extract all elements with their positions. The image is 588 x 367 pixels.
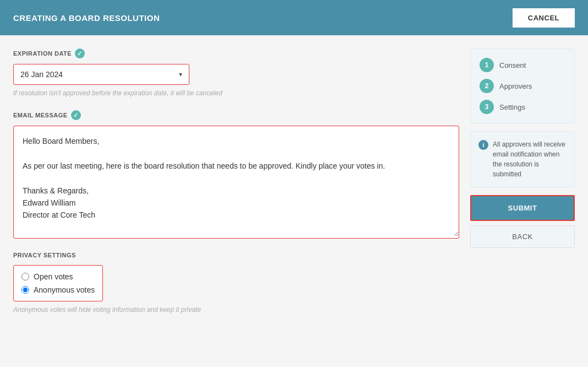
open-votes-radio[interactable] xyxy=(21,273,29,280)
submit-button[interactable]: SUBMIT xyxy=(470,195,575,221)
steps-card: 1 Consent 2 Approvers 3 Settings xyxy=(470,48,575,123)
anonymous-votes-label: Anonymous votes xyxy=(34,285,95,294)
back-button[interactable]: BACK xyxy=(470,225,575,248)
step-1-item: 1 Consent xyxy=(480,58,565,72)
cancel-button[interactable]: CANCEL xyxy=(513,8,575,28)
email-check-icon: ✓ xyxy=(71,110,81,120)
step-3-label: Settings xyxy=(499,103,525,111)
dropdown-arrow-icon: ▾ xyxy=(179,71,189,78)
expiration-hint: If resolution isn't approved before the … xyxy=(13,89,459,97)
step-2-item: 2 Approvers xyxy=(480,79,565,93)
main-layout: EXPIRATION DATE ✓ 26 Jan 2024 ▾ If resol… xyxy=(0,35,588,340)
anonymous-votes-option[interactable]: Anonymous votes xyxy=(21,285,95,294)
date-select-wrapper[interactable]: 26 Jan 2024 ▾ xyxy=(13,64,189,85)
page-header: CREATING A BOARD RESOLUTION CANCEL xyxy=(0,0,588,35)
step-2-number: 2 xyxy=(480,79,494,93)
anonymous-votes-radio[interactable] xyxy=(21,286,29,294)
info-card-text: All approvers will receive email notific… xyxy=(493,139,567,179)
step-2-label: Approvers xyxy=(499,82,532,90)
step-1-label: Consent xyxy=(499,61,526,69)
email-textarea-wrapper: Hello Board Members, As per our last mee… xyxy=(13,126,459,239)
date-select[interactable]: 26 Jan 2024 xyxy=(14,64,179,84)
info-icon: i xyxy=(478,140,488,150)
privacy-options-wrapper: Open votes Anonymous votes xyxy=(13,265,103,301)
open-votes-label: Open votes xyxy=(34,272,73,281)
right-sidebar: 1 Consent 2 Approvers 3 Settings i All a… xyxy=(470,48,575,327)
privacy-hint: Anonymous votes will hide voting informa… xyxy=(13,306,459,314)
email-textarea[interactable]: Hello Board Members, As per our last mee… xyxy=(14,126,459,236)
expiration-date-label: EXPIRATION DATE ✓ xyxy=(13,48,459,58)
step-3-number: 3 xyxy=(480,100,494,114)
left-content: EXPIRATION DATE ✓ 26 Jan 2024 ▾ If resol… xyxy=(13,48,459,327)
page-title: CREATING A BOARD RESOLUTION xyxy=(13,13,160,23)
expiration-check-icon: ✓ xyxy=(75,48,85,58)
email-message-label: EMAIL MESSAGE ✓ xyxy=(13,110,459,120)
info-card: i All approvers will receive email notif… xyxy=(470,131,575,187)
privacy-settings-label: PRIVACY SETTINGS xyxy=(13,252,459,258)
open-votes-option[interactable]: Open votes xyxy=(21,272,95,281)
step-1-number: 1 xyxy=(480,58,494,72)
step-3-item: 3 Settings xyxy=(480,100,565,114)
